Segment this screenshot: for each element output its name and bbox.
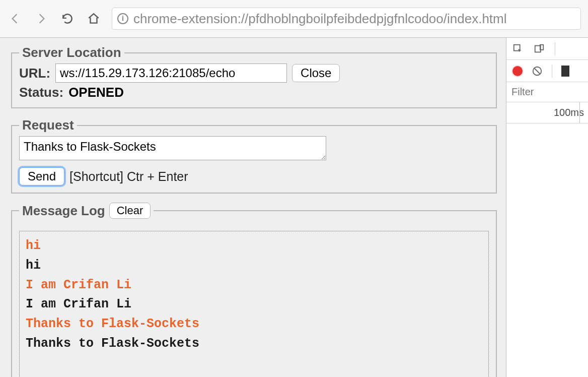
log-message-received: Thanks to Flask-Sockets — [26, 334, 482, 354]
log-message-received: hi — [26, 256, 482, 276]
server-location-panel: Server Location URL: Close Status: OPENE… — [11, 45, 497, 108]
close-button[interactable]: Close — [292, 64, 340, 82]
url-text: chrome-extension://pfdhoblngboilpfeibded… — [133, 11, 507, 27]
message-log-box: hihiI am Crifan LiI am Crifan LiThanks t… — [19, 231, 489, 377]
message-log-legend-text: Message Log — [22, 203, 105, 219]
clear-button[interactable]: Clear — [109, 203, 151, 219]
device-toolbar-icon[interactable] — [534, 43, 545, 54]
reload-button[interactable] — [59, 9, 76, 29]
message-log-legend: Message Log Clear — [19, 203, 154, 219]
devtools-waterfall-header: 100ms — [506, 102, 588, 123]
log-message-sent: I am Crifan Li — [26, 276, 482, 295]
send-button[interactable]: Send — [19, 167, 64, 185]
home-button[interactable] — [86, 9, 102, 29]
separator — [552, 65, 552, 78]
log-message-received: I am Crifan Li — [26, 295, 482, 315]
status-label: Status: — [19, 85, 63, 100]
request-body-input[interactable]: Thanks to Flask-Sockets — [19, 136, 326, 160]
request-panel: Request Thanks to Flask-Sockets Send [Sh… — [11, 117, 497, 194]
devtools-extra-icon[interactable] — [561, 66, 569, 77]
server-location-legend: Server Location — [19, 45, 124, 60]
site-info-icon[interactable]: i — [117, 13, 128, 24]
record-icon[interactable] — [512, 66, 523, 76]
address-bar[interactable]: i chrome-extension://pfdhoblngboilpfeibd… — [112, 8, 581, 30]
devtools-filter-input[interactable] — [506, 82, 588, 102]
clear-network-icon[interactable] — [532, 66, 543, 77]
log-message-sent: Thanks to Flask-Sockets — [26, 315, 482, 334]
back-button[interactable] — [7, 9, 23, 29]
shortcut-hint: [Shortcut] Ctr + Enter — [69, 169, 188, 184]
log-message-sent: hi — [26, 236, 482, 256]
devtools-panel: 100ms — [506, 38, 588, 377]
request-legend: Request — [19, 117, 77, 133]
message-log-panel: Message Log Clear hihiI am Crifan LiI am… — [11, 203, 497, 377]
url-label: URL: — [19, 66, 50, 81]
forward-button[interactable] — [33, 9, 49, 29]
status-value: OPENED — [68, 85, 124, 100]
browser-toolbar: i chrome-extension://pfdhoblngboilpfeibd… — [0, 0, 588, 38]
separator — [555, 42, 555, 55]
url-input[interactable] — [55, 64, 287, 83]
inspect-icon[interactable] — [512, 43, 524, 54]
extension-page: Server Location URL: Close Status: OPENE… — [0, 38, 506, 377]
